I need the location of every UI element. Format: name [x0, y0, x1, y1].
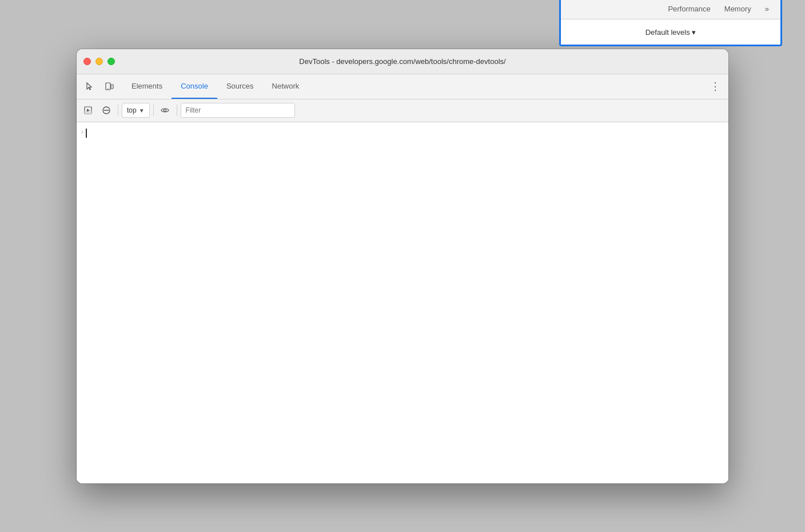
tab-console[interactable]: Console: [172, 74, 217, 99]
svg-point-2: [107, 89, 109, 90]
console-chevron: ›: [81, 127, 83, 136]
svg-point-8: [164, 109, 166, 111]
eye-button[interactable]: [157, 102, 173, 118]
clear-console-button[interactable]: [98, 102, 114, 118]
console-show-button[interactable]: [80, 102, 96, 118]
show-drawer-icon: [84, 106, 92, 114]
tab-elements[interactable]: Elements: [122, 74, 172, 99]
toolbar-divider-2: [153, 105, 154, 116]
context-dropdown-arrow: ▼: [139, 107, 145, 114]
main-tabs: Elements Console Sources Network: [122, 74, 707, 99]
window-title: DevTools - developers.google.com/web/too…: [299, 57, 505, 66]
console-prompt: ›: [81, 125, 87, 138]
tab-sources[interactable]: Sources: [217, 74, 263, 99]
tab-network[interactable]: Network: [263, 74, 309, 99]
toolbar-divider-1: [118, 105, 118, 116]
close-button[interactable]: [83, 58, 91, 65]
title-bar: DevTools - developers.google.com/web/too…: [77, 49, 728, 74]
context-selector[interactable]: top ▼: [122, 103, 150, 118]
maximize-button[interactable]: [107, 58, 115, 65]
device-toggle-button[interactable]: [101, 78, 118, 95]
cursor-icon: [85, 82, 94, 91]
device-icon: [105, 82, 114, 91]
eye-icon: [161, 107, 169, 113]
inspect-button[interactable]: [81, 78, 98, 95]
tab-bar-right: ⋮: [707, 74, 724, 99]
console-content: ›: [77, 122, 728, 483]
more-options-button[interactable]: ⋮: [707, 78, 724, 95]
filter-input[interactable]: [181, 103, 295, 118]
svg-rect-1: [111, 85, 113, 89]
console-cursor: [86, 129, 87, 138]
tab-bar-left-icons: [81, 74, 118, 99]
no-entry-icon: [102, 106, 110, 114]
tab-bar: Elements Console Sources Network: [77, 74, 728, 99]
console-toolbar: top ▼: [77, 99, 728, 122]
devtools-body: Elements Console Sources Network: [77, 74, 728, 483]
traffic-lights: [83, 58, 115, 65]
svg-rect-4: [85, 111, 91, 114]
toolbar-divider-3: [177, 105, 177, 116]
devtools-window: DevTools - developers.google.com/web/too…: [77, 49, 728, 483]
minimize-button[interactable]: [95, 58, 103, 65]
